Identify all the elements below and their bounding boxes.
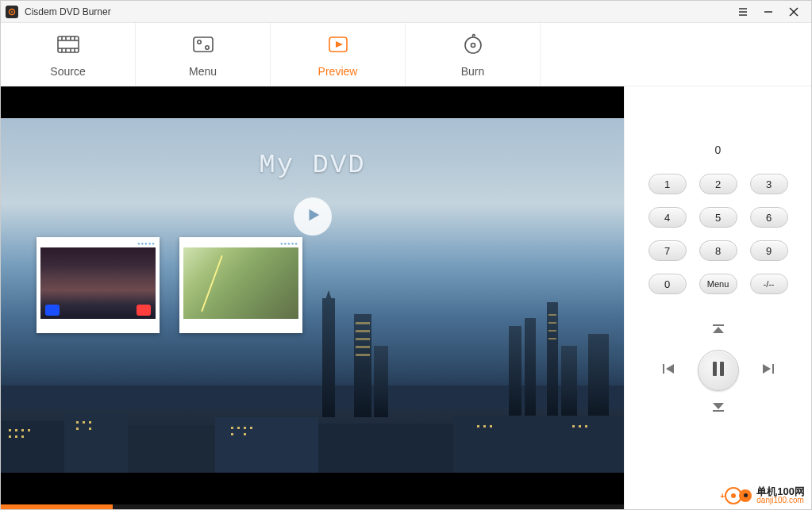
dvd-chapter-thumbnail[interactable]: ●●●●● xyxy=(179,237,302,333)
svg-marker-77 xyxy=(309,209,319,221)
letterbox xyxy=(1,473,624,504)
tab-source[interactable]: Source xyxy=(1,23,136,86)
svg-rect-44 xyxy=(9,429,11,431)
dvd-title-text: My DVD xyxy=(1,150,624,180)
keypad-button-4[interactable]: 4 xyxy=(648,207,687,228)
svg-rect-43 xyxy=(453,416,624,473)
watermark-logo-icon: + xyxy=(725,487,752,504)
svg-marker-86 xyxy=(713,403,724,409)
tab-burn[interactable]: Burn xyxy=(406,23,541,86)
keypad-button-8[interactable]: 8 xyxy=(699,240,737,261)
chapter-last-button[interactable] xyxy=(706,399,731,420)
svg-rect-50 xyxy=(21,435,24,438)
svg-rect-52 xyxy=(83,421,85,424)
tab-preview[interactable]: Preview xyxy=(271,23,406,86)
svg-rect-26 xyxy=(1,385,624,417)
svg-rect-33 xyxy=(509,326,521,417)
preview-icon xyxy=(325,32,351,60)
play-pause-button[interactable] xyxy=(698,350,739,391)
dvd-chapter-thumbnail[interactable]: ●●●●● xyxy=(37,237,160,333)
letterbox xyxy=(1,86,624,118)
thumb-image xyxy=(40,247,156,319)
keypad-button-dash[interactable]: -/-- xyxy=(750,274,788,294)
svg-rect-70 xyxy=(356,338,370,340)
svg-rect-82 xyxy=(713,362,717,376)
svg-marker-81 xyxy=(666,364,674,374)
svg-rect-72 xyxy=(356,354,370,356)
tab-menu[interactable]: Menu xyxy=(136,23,271,86)
keypad-button-2[interactable]: 2 xyxy=(699,174,737,194)
chapter-first-button[interactable] xyxy=(706,321,731,342)
svg-rect-60 xyxy=(231,433,233,435)
tab-label: Preview xyxy=(318,65,358,78)
svg-rect-57 xyxy=(237,427,240,429)
svg-rect-62 xyxy=(477,425,479,428)
svg-rect-73 xyxy=(548,314,556,316)
remote-display: 0 xyxy=(715,144,722,156)
svg-rect-76 xyxy=(548,338,556,339)
keypad-button-9[interactable]: 9 xyxy=(750,240,788,261)
svg-rect-37 xyxy=(588,334,609,417)
progress-fill xyxy=(1,504,113,509)
transport-controls xyxy=(655,321,782,420)
svg-marker-23 xyxy=(336,41,343,48)
dvd-menu-thumbnails: ●●●●● ●●●●● xyxy=(37,237,302,333)
progress-bar[interactable] xyxy=(1,504,624,509)
keypad-button-7[interactable]: 7 xyxy=(648,240,687,261)
svg-rect-45 xyxy=(15,429,17,431)
watermark: + 单机100网 danji100.com xyxy=(725,486,805,504)
svg-rect-83 xyxy=(720,362,724,376)
svg-rect-85 xyxy=(772,364,774,374)
previous-button[interactable] xyxy=(655,357,682,384)
svg-rect-8 xyxy=(58,36,79,52)
keypad-button-5[interactable]: 5 xyxy=(699,207,737,228)
play-icon xyxy=(304,206,321,227)
svg-rect-71 xyxy=(356,346,370,348)
tab-label: Source xyxy=(50,65,85,78)
keypad-button-0[interactable]: 0 xyxy=(648,274,687,294)
svg-rect-31 xyxy=(354,314,371,417)
keypad-button-6[interactable]: 6 xyxy=(750,207,788,228)
svg-rect-34 xyxy=(525,318,536,417)
pause-icon xyxy=(711,361,725,380)
keypad-button-1[interactable]: 1 xyxy=(648,174,687,194)
svg-rect-36 xyxy=(561,346,577,417)
preview-canvas: My DVD ●●●●● ●●●●● xyxy=(1,86,624,504)
close-button[interactable] xyxy=(781,2,806,21)
tab-label: Burn xyxy=(461,65,485,78)
remote-keypad: 1 2 3 4 5 6 7 8 9 0 Menu -/-- xyxy=(648,174,788,294)
main-tabs: Source Menu Preview Burn xyxy=(1,23,811,86)
svg-rect-46 xyxy=(21,429,24,431)
skip-previous-icon xyxy=(660,361,676,380)
svg-rect-42 xyxy=(318,424,453,473)
svg-rect-75 xyxy=(548,330,556,332)
svg-marker-84 xyxy=(763,364,771,374)
next-button[interactable] xyxy=(755,357,782,384)
svg-rect-74 xyxy=(548,322,556,324)
minimize-button[interactable] xyxy=(756,2,781,21)
keypad-button-3[interactable]: 3 xyxy=(750,174,788,194)
svg-point-24 xyxy=(465,37,481,53)
svg-point-20 xyxy=(197,40,200,43)
svg-rect-61 xyxy=(244,433,246,435)
svg-rect-87 xyxy=(713,410,724,412)
svg-rect-39 xyxy=(64,413,128,473)
svg-rect-51 xyxy=(76,421,79,424)
svg-rect-41 xyxy=(215,417,318,473)
svg-rect-38 xyxy=(1,421,64,473)
keypad-button-menu[interactable]: Menu xyxy=(699,274,737,294)
window-title: Cisdem DVD Burner xyxy=(25,6,111,17)
svg-rect-35 xyxy=(547,302,558,417)
svg-rect-47 xyxy=(28,429,30,431)
menu-button[interactable] xyxy=(730,2,756,21)
content-area: My DVD ●●●●● ●●●●● 0 xyxy=(1,86,811,509)
svg-rect-29 xyxy=(322,298,335,417)
svg-rect-28 xyxy=(1,409,624,473)
thumb-dots-icon: ●●●●● xyxy=(40,241,156,247)
svg-rect-63 xyxy=(483,425,486,428)
svg-rect-66 xyxy=(579,425,581,428)
menu-layout-icon xyxy=(190,32,216,60)
play-button[interactable] xyxy=(294,197,332,236)
filmstrip-icon xyxy=(56,32,81,60)
remote-panel: 0 1 2 3 4 5 6 7 8 9 0 Menu -/-- xyxy=(624,86,811,509)
